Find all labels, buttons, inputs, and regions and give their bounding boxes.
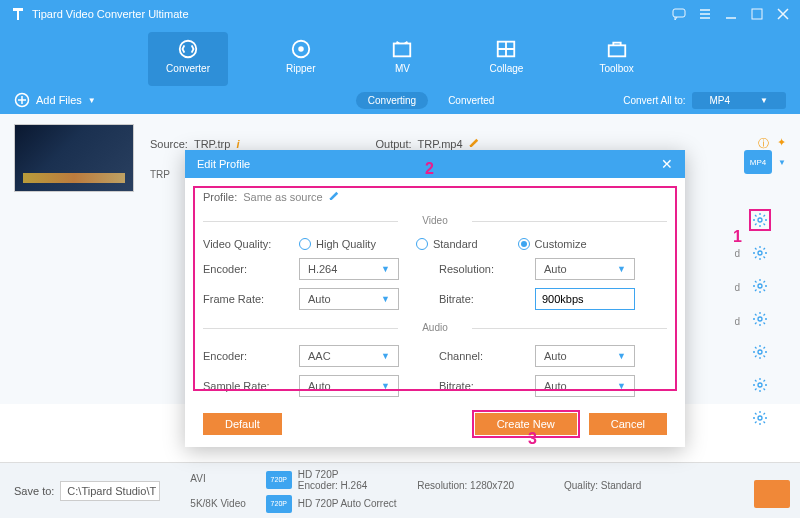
resolution-label: Resolution: bbox=[439, 263, 525, 275]
dialog-close-icon[interactable]: ✕ bbox=[661, 156, 673, 172]
settings-gear-icon[interactable] bbox=[752, 344, 768, 360]
preset-item[interactable]: 720P HD 720P Encoder: H.264Resolution: 1… bbox=[266, 469, 642, 491]
profile-label: Profile: bbox=[203, 191, 237, 203]
channel-label: Channel: bbox=[439, 350, 525, 362]
radio-customize[interactable]: Customize bbox=[518, 238, 587, 250]
chevron-down-icon: ▼ bbox=[88, 96, 96, 105]
radio-high-quality[interactable]: High Quality bbox=[299, 238, 376, 250]
convert-button[interactable] bbox=[754, 480, 790, 508]
minimize-icon[interactable] bbox=[724, 7, 738, 21]
sync-icon[interactable]: ✦ bbox=[777, 136, 786, 151]
video-bitrate-label: Bitrate: bbox=[439, 293, 525, 305]
preset-item[interactable]: 720P HD 720P Auto Correct bbox=[266, 495, 642, 513]
radio-standard[interactable]: Standard bbox=[416, 238, 478, 250]
sub-toolbar: Add Files ▼ Converting Converted Convert… bbox=[0, 86, 800, 114]
svg-point-9 bbox=[758, 218, 762, 222]
sample-rate-select[interactable]: Auto▼ bbox=[299, 375, 399, 397]
tab-collage[interactable]: Collage bbox=[471, 32, 541, 86]
edit-output-icon[interactable] bbox=[469, 137, 480, 150]
audio-section-label: Audio bbox=[203, 322, 667, 333]
cancel-button[interactable]: Cancel bbox=[589, 413, 667, 435]
svg-point-13 bbox=[758, 350, 762, 354]
svg-rect-5 bbox=[394, 44, 411, 57]
main-toolbar: Converter Ripper MV Collage Toolbox bbox=[0, 28, 800, 86]
tab-toolbox[interactable]: Toolbox bbox=[581, 32, 651, 86]
app-title: Tipard Video Converter Ultimate bbox=[32, 8, 672, 20]
audio-encoder-label: Encoder: bbox=[203, 350, 289, 362]
svg-point-15 bbox=[758, 416, 762, 420]
settings-gear-icon[interactable] bbox=[752, 245, 768, 261]
edit-profile-icon[interactable] bbox=[329, 190, 340, 203]
svg-rect-1 bbox=[752, 9, 762, 19]
svg-rect-0 bbox=[673, 9, 685, 17]
preset-badge-icon: 720P bbox=[266, 471, 292, 489]
tab-mv[interactable]: MV bbox=[373, 32, 431, 86]
video-encoder-label: Encoder: bbox=[203, 263, 289, 275]
audio-bitrate-select[interactable]: Auto▼ bbox=[535, 375, 635, 397]
sample-rate-label: Sample Rate: bbox=[203, 380, 289, 392]
source-file: TRP.trp bbox=[194, 138, 230, 150]
app-logo-icon bbox=[10, 6, 26, 22]
tab-converter[interactable]: Converter bbox=[148, 32, 228, 86]
source-label: Source: bbox=[150, 138, 188, 150]
settings-gear-icon[interactable] bbox=[752, 212, 768, 228]
titlebar: Tipard Video Converter Ultimate bbox=[0, 0, 800, 28]
dialog-title: Edit Profile bbox=[197, 158, 250, 170]
tab-ripper[interactable]: Ripper bbox=[268, 32, 333, 86]
converter-icon bbox=[177, 38, 199, 60]
format-5k8k[interactable]: 5K/8K Video bbox=[190, 498, 245, 509]
annotation-2: 2 bbox=[425, 160, 434, 178]
info-icon[interactable]: i bbox=[236, 138, 239, 150]
edit-profile-dialog: Edit Profile ✕ Profile: Same as source V… bbox=[185, 150, 685, 447]
channel-select[interactable]: Auto▼ bbox=[535, 345, 635, 367]
mv-icon bbox=[391, 38, 413, 60]
preset-badge-icon: 720P bbox=[266, 495, 292, 513]
settings-gear-icon[interactable] bbox=[752, 410, 768, 426]
format-avi[interactable]: AVI bbox=[190, 473, 245, 484]
close-icon[interactable] bbox=[776, 7, 790, 21]
video-bitrate-input[interactable] bbox=[535, 288, 635, 310]
feedback-icon[interactable] bbox=[672, 7, 686, 21]
output-format-select[interactable]: MP4▼ bbox=[692, 92, 786, 109]
ripper-icon bbox=[290, 38, 312, 60]
maximize-icon[interactable] bbox=[750, 7, 764, 21]
toolbox-icon bbox=[606, 38, 628, 60]
profile-value: Same as source bbox=[243, 191, 322, 203]
audio-bitrate-label: Bitrate: bbox=[439, 380, 525, 392]
output-label: Output: bbox=[375, 138, 411, 150]
svg-point-11 bbox=[758, 284, 762, 288]
format-badge[interactable]: MP4 bbox=[744, 150, 772, 174]
video-section-label: Video bbox=[203, 215, 667, 226]
video-encoder-select[interactable]: H.264▼ bbox=[299, 258, 399, 280]
settings-gear-icon[interactable] bbox=[752, 278, 768, 294]
collage-icon bbox=[495, 38, 517, 60]
svg-point-4 bbox=[299, 47, 303, 51]
tab-converting[interactable]: Converting bbox=[356, 92, 428, 109]
create-new-button[interactable]: Create New bbox=[475, 413, 577, 435]
tab-converted[interactable]: Converted bbox=[448, 95, 494, 106]
svg-point-10 bbox=[758, 251, 762, 255]
svg-point-14 bbox=[758, 383, 762, 387]
annotation-3: 3 bbox=[528, 430, 537, 448]
frame-rate-select[interactable]: Auto▼ bbox=[299, 288, 399, 310]
save-path-input[interactable]: C:\Tipard Studio\T bbox=[60, 481, 160, 501]
bottom-bar: Save to: C:\Tipard Studio\T AVI 5K/8K Vi… bbox=[0, 462, 800, 518]
chevron-down-icon: ▼ bbox=[760, 96, 768, 105]
info-icon[interactable]: ⓘ bbox=[758, 136, 769, 151]
settings-gear-icon[interactable] bbox=[752, 311, 768, 327]
output-file: TRP.mp4 bbox=[418, 138, 463, 150]
svg-point-12 bbox=[758, 317, 762, 321]
resolution-select[interactable]: Auto▼ bbox=[535, 258, 635, 280]
add-files-button[interactable]: Add Files ▼ bbox=[14, 92, 96, 108]
convert-all-label: Convert All to: bbox=[623, 95, 685, 106]
settings-gear-icon[interactable] bbox=[752, 377, 768, 393]
annotation-1: 1 bbox=[733, 228, 742, 246]
menu-icon[interactable] bbox=[698, 7, 712, 21]
save-to-label: Save to: bbox=[14, 485, 54, 497]
video-thumbnail[interactable] bbox=[14, 124, 134, 192]
default-button[interactable]: Default bbox=[203, 413, 282, 435]
svg-rect-7 bbox=[608, 45, 625, 56]
audio-encoder-select[interactable]: AAC▼ bbox=[299, 345, 399, 367]
frame-rate-label: Frame Rate: bbox=[203, 293, 289, 305]
video-quality-label: Video Quality: bbox=[203, 238, 289, 250]
